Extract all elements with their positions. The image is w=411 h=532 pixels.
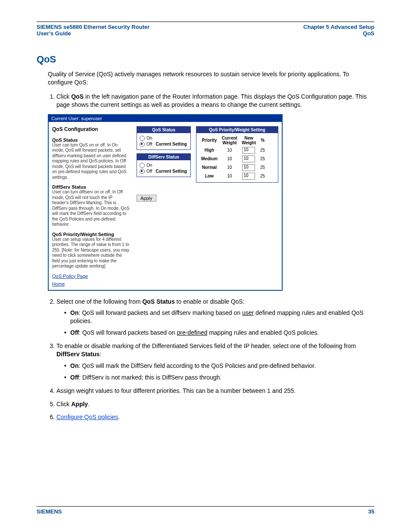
weight-input-normal[interactable]: 10 <box>242 164 255 171</box>
fig-title: QoS Configuration <box>52 126 130 132</box>
qos-policy-link[interactable]: QoS Policy Page <box>52 274 130 279</box>
weight-row-high: High 10 10 25 <box>199 146 267 155</box>
header-guide: User's Guide <box>37 30 71 37</box>
diffserv-on-radio[interactable]: On <box>140 163 188 168</box>
diffserv-off-radio[interactable]: Off Current Setting <box>140 169 188 174</box>
fig-diffserv-heading: DiffServ Status <box>52 184 130 190</box>
weight-input-high[interactable]: 10 <box>242 147 255 154</box>
qos-on-radio[interactable]: On <box>140 136 188 141</box>
weight-input-low[interactable]: 10 <box>242 173 255 180</box>
step-1: Click QoS in the left navigation pane of… <box>56 93 374 109</box>
qos-off-radio[interactable]: Off Current Setting <box>140 142 188 147</box>
step-2-off: Off: QoS will forward packets based on p… <box>64 329 374 337</box>
page-footer: SIEMENS 35 <box>37 506 374 515</box>
header-chapter: Chapter 5 Advanced Setup <box>303 24 374 30</box>
fig-qos-status-heading: QoS Status <box>52 137 130 143</box>
step-3: To enable or disable marking of the Diff… <box>56 342 374 382</box>
qos-config-screenshot: Current User: superuser QoS Configuratio… <box>48 114 283 291</box>
step-2: Select one of the following from QoS Sta… <box>56 298 374 337</box>
diffserv-status-panel-head: DiffServ Status <box>137 154 190 160</box>
pw-panel-head: QoS Priority/Weight Setting <box>196 127 278 133</box>
apply-button[interactable]: Apply <box>137 195 156 202</box>
current-user-bar: Current User: superuser <box>49 115 282 122</box>
step-5: Click Apply. <box>56 400 374 408</box>
page-header: SIEMENS se5880 Ethernet Security Router … <box>37 24 374 37</box>
header-product: SIEMENS se5880 Ethernet Security Router <box>37 24 149 30</box>
step-2-on: On: QoS will forward packets and set dif… <box>64 309 374 325</box>
configure-qos-link[interactable]: Configure QoS policies <box>56 414 118 420</box>
fig-pw-heading: QoS Priority/Weight Setting <box>52 232 130 237</box>
fig-pw-text: User can setup values for 4 different pr… <box>52 237 130 269</box>
footer-brand: SIEMENS <box>37 508 62 515</box>
step-3-off: Off: DiffServ is not marked; this is Dif… <box>64 373 374 382</box>
steps-list-continued: Select one of the following from QoS Sta… <box>56 298 374 422</box>
fig-qos-status-text: User can turn QoS on or off. In On mode,… <box>52 143 130 180</box>
page-title: QoS <box>37 54 374 65</box>
home-link[interactable]: Home <box>52 281 130 286</box>
steps-list: Click QoS in the left navigation pane of… <box>56 93 374 109</box>
weight-row-medium: Medium 10 10 25 <box>199 155 267 163</box>
fig-diffserv-text: User can turn diffserv on or off. In Off… <box>52 190 130 227</box>
weight-table: Priority CurrentWeight NewWeight % High … <box>199 135 267 180</box>
weight-input-medium[interactable]: 10 <box>242 156 255 162</box>
step-6: Configure QoS policies. <box>56 413 374 421</box>
header-section: QoS <box>363 30 374 37</box>
step-3-on: On: QoS will mark the DiffServ field acc… <box>64 362 374 370</box>
weight-row-normal: Normal 10 10 25 <box>199 163 267 172</box>
qos-status-panel-head: QoS Status <box>137 127 190 133</box>
step-4: Assign weight values to four different p… <box>56 387 374 395</box>
footer-page-number: 35 <box>368 508 374 515</box>
intro-text: Quality of Service (QoS) actively manage… <box>48 70 374 87</box>
weight-row-low: Low 10 10 25 <box>199 172 267 180</box>
